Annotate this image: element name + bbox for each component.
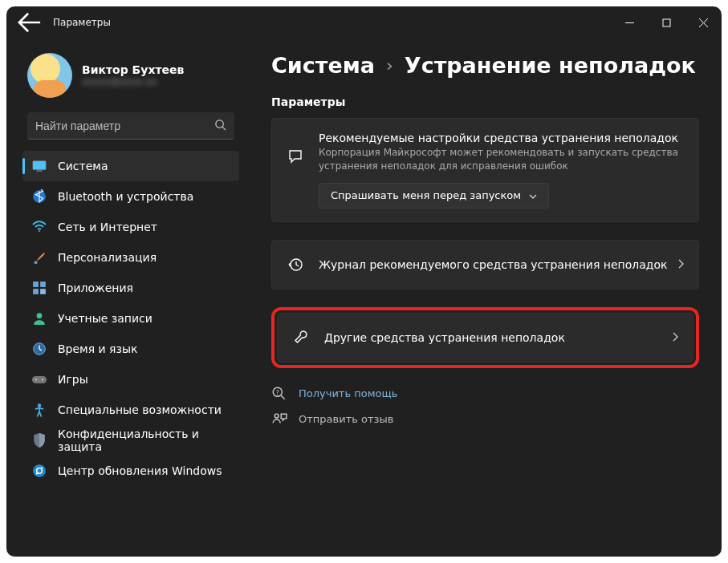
window-title: Параметры (53, 17, 111, 28)
maximize-button[interactable] (648, 6, 685, 38)
wrench-icon (292, 329, 310, 346)
svg-text:?: ? (276, 388, 279, 395)
svg-rect-18 (32, 376, 47, 383)
sidebar-item-network[interactable]: Сеть и Интернет (22, 212, 239, 242)
chevron-right-icon (673, 331, 678, 344)
settings-window: Параметры Виктор Бухтеев xxxxx@xxxx.xx (6, 6, 722, 557)
help-label: Получить помощь (299, 387, 397, 399)
feedback-link[interactable]: Отправить отзыв (271, 411, 699, 427)
sidebar-item-system[interactable]: Система (22, 151, 239, 181)
sidebar-item-label: Конфиденциальность и защита (58, 427, 230, 453)
chevron-down-icon (529, 189, 537, 201)
close-button[interactable] (685, 6, 722, 38)
search-input-wrap[interactable] (27, 112, 234, 140)
sidebar-item-label: Система (58, 160, 108, 172)
sidebar-item-privacy[interactable]: Конфиденциальность и защита (22, 425, 239, 456)
system-icon (32, 159, 47, 173)
profile-email: xxxxx@xxxx.xx (82, 76, 184, 87)
sidebar-item-accounts[interactable]: Учетные записи (22, 303, 239, 334)
window-controls (611, 6, 722, 38)
shield-icon (32, 433, 47, 448)
highlight-frame: Другие средства устранения неполадок (271, 307, 699, 368)
speech-bubble-icon (287, 148, 304, 165)
svg-line-5 (222, 127, 226, 130)
search-input[interactable] (35, 119, 209, 132)
rec-title: Рекомендуемые настройки средства устране… (319, 132, 684, 144)
rec-subtitle: Корпорация Майкрософт может рекомендоват… (319, 146, 684, 173)
sidebar-item-update[interactable]: Центр обновления Windows (22, 456, 239, 486)
apps-icon (32, 281, 47, 295)
sidebar-item-personalization[interactable]: Персонализация (22, 242, 239, 273)
globe-clock-icon (32, 342, 47, 356)
other-troubleshooters-row[interactable]: Другие средства устранения неполадок (277, 313, 693, 363)
svg-point-10 (39, 230, 40, 232)
chevron-right-icon (678, 258, 684, 271)
main-content: Система › Устранение неполадок Параметры… (247, 38, 722, 557)
breadcrumb-root[interactable]: Система (271, 53, 375, 78)
section-label: Параметры (271, 95, 699, 108)
brush-icon (32, 250, 47, 265)
sidebar-item-label: Приложения (58, 282, 133, 294)
profile-block[interactable]: Виктор Бухтеев xxxxx@xxxx.xx (22, 47, 239, 104)
titlebar: Параметры (6, 6, 722, 38)
breadcrumb-current: Устранение неполадок (405, 53, 696, 78)
svg-point-20 (42, 379, 43, 381)
svg-point-15 (37, 313, 43, 318)
wifi-icon (32, 220, 47, 234)
sidebar: Виктор Бухтеев xxxxx@xxxx.xx Сист (6, 38, 247, 557)
back-button[interactable] (18, 10, 42, 34)
sidebar-item-label: Сеть и Интернет (58, 221, 157, 233)
svg-rect-14 (40, 289, 46, 294)
sidebar-item-label: Учетные записи (58, 312, 153, 325)
svg-rect-1 (663, 19, 670, 26)
user-icon (32, 311, 47, 326)
sidebar-item-apps[interactable]: Приложения (22, 273, 239, 303)
svg-rect-11 (33, 282, 39, 287)
svg-rect-12 (40, 282, 46, 287)
avatar (27, 53, 72, 98)
bluetooth-icon (32, 189, 47, 204)
sidebar-item-label: Bluetooth и устройства (58, 190, 193, 203)
help-icon: ? (271, 386, 287, 402)
sidebar-item-time-language[interactable]: Время и язык (22, 334, 239, 364)
history-label: Журнал рекомендуемого средства устранени… (319, 258, 678, 271)
svg-rect-8 (36, 170, 42, 171)
sidebar-item-label: Время и язык (58, 342, 137, 355)
search-icon (214, 119, 226, 133)
accessibility-icon (32, 403, 47, 417)
other-troubleshooters-label: Другие средства устранения неполадок (324, 331, 673, 344)
update-icon (32, 464, 47, 478)
sidebar-item-label: Специальные возможности (58, 403, 222, 416)
feedback-label: Отправить отзыв (299, 413, 393, 425)
sidebar-item-label: Игры (58, 373, 88, 386)
sidebar-item-gaming[interactable]: Игры (22, 364, 239, 395)
sidebar-item-label: Центр обновления Windows (58, 464, 222, 477)
dropdown-value: Спрашивать меня перед запуском (331, 189, 521, 201)
svg-point-4 (216, 119, 223, 127)
get-help-link[interactable]: ? Получить помощь (271, 386, 699, 402)
sidebar-item-label: Персонализация (58, 251, 157, 264)
sidebar-item-bluetooth[interactable]: Bluetooth и устройства (22, 181, 239, 212)
svg-point-19 (35, 379, 37, 381)
sidebar-item-accessibility[interactable]: Специальные возможности (22, 395, 239, 425)
chevron-right-icon: › (386, 55, 393, 75)
gaming-icon (32, 372, 47, 387)
feedback-icon (271, 411, 287, 427)
svg-rect-6 (33, 161, 46, 170)
recommended-settings-card: Рекомендуемые настройки средства устране… (271, 118, 699, 222)
history-row[interactable]: Журнал рекомендуемого средства устранени… (271, 240, 699, 290)
profile-name: Виктор Бухтеев (82, 63, 184, 76)
minimize-button[interactable] (611, 6, 648, 38)
svg-point-22 (33, 464, 46, 477)
breadcrumb: Система › Устранение неполадок (271, 53, 699, 78)
sidebar-nav: Система Bluetooth и устройства Сеть и Ин… (22, 151, 239, 486)
rec-dropdown[interactable]: Спрашивать меня перед запуском (319, 183, 549, 209)
svg-rect-13 (33, 289, 39, 294)
history-icon (287, 256, 304, 273)
footer-links: ? Получить помощь Отправить отзыв (271, 386, 699, 427)
svg-point-26 (275, 414, 279, 418)
